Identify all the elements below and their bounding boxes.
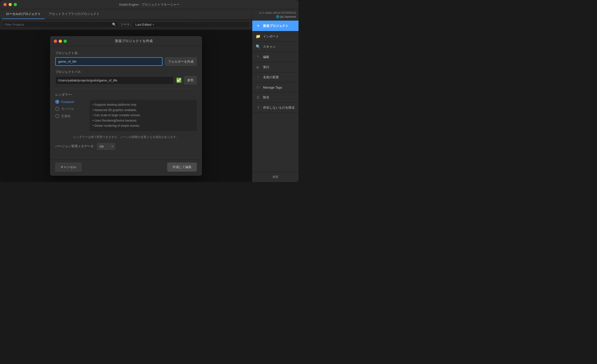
project-name-label: プロジェクト名:: [55, 51, 197, 55]
filter-container: 🔍: [2, 21, 118, 28]
summary-label: 概要: [273, 175, 278, 179]
import-icon: 📁: [256, 34, 261, 39]
dialog-body: プロジェクト名: フォルダーを作成 プロジェクトパス: ✅ 参照: [50, 46, 202, 159]
rename-label: 名前の変更: [263, 75, 279, 80]
tab-bar: ローカルのプロジェクト アセットライブラリのプロジェクト: [0, 9, 252, 19]
renderer-forward-plus[interactable]: Forward+: [55, 100, 85, 104]
remove-button[interactable]: 🗑 除去: [252, 92, 298, 102]
project-path-label: プロジェクトパス:: [55, 70, 197, 74]
renderer-info-item-2: Advanced 3D graphics available.: [92, 108, 194, 113]
renderer-compat[interactable]: 互換性: [55, 114, 85, 118]
remove-missing-button[interactable]: ⬆ 存在しないものを除去: [252, 102, 298, 113]
close-button[interactable]: [3, 3, 7, 6]
tags-icon: 🏷: [256, 85, 261, 90]
edit-label: 編集: [263, 55, 269, 59]
sort-label: ソート:: [120, 22, 131, 27]
cancel-button[interactable]: キャンセル: [55, 163, 81, 171]
scan-label: スキャン: [263, 45, 276, 49]
project-path-row: ✅ 参照: [55, 76, 197, 84]
dialog-title: 新規プロジェクトを作成: [69, 39, 198, 43]
section-divider: [55, 88, 197, 89]
remove-icon: 🗑: [256, 95, 261, 100]
dialog-footer: キャンセル 作成して編集: [50, 159, 202, 175]
dialog-close-button[interactable]: [54, 40, 57, 43]
window-controls[interactable]: [3, 3, 17, 6]
project-name-row: フォルダーを作成: [55, 57, 197, 66]
renderer-mobile[interactable]: モバイル: [55, 107, 85, 111]
sort-value: Last Edited: [135, 23, 151, 26]
sidebar-spacer: [252, 113, 298, 172]
sort-dropdown[interactable]: Last Edited ▾: [133, 22, 250, 28]
manage-tags-label: Manage Tags: [263, 86, 282, 89]
language-selector[interactable]: 🌐 [ja] Japanese: [255, 15, 296, 18]
dialog-overlay: 新規プロジェクトを作成 プロジェクト名: フォルダーを作成 プロジェクトパス:: [0, 30, 252, 182]
renderer-description: Supports desktop platforms only. Advance…: [90, 100, 197, 131]
renderer-info-item-3: Can scale to large complex scenes.: [92, 113, 194, 118]
plus-icon: ＋: [256, 23, 261, 28]
rename-icon: I: [256, 75, 261, 80]
minimize-button[interactable]: [9, 3, 12, 6]
main-container: ローカルのプロジェクト アセットライブラリのプロジェクト 🔍 ソート: Last…: [0, 9, 298, 182]
remove-missing-label: 存在しないものを除去: [263, 105, 295, 110]
remove-label: 除去: [263, 95, 269, 100]
new-project-dialog: 新規プロジェクトを作成 プロジェクト名: フォルダーを作成 プロジェクトパス:: [50, 36, 202, 176]
create-edit-button[interactable]: 作成して編集: [167, 163, 197, 171]
radio-mobile-circle: [55, 107, 59, 111]
project-name-input[interactable]: [55, 57, 162, 66]
renderer-info-item-5: Slower rendering of simple scenes.: [92, 123, 194, 129]
tab-asset-library[interactable]: アセットライブラリのプロジェクト: [45, 9, 103, 19]
renderer-info-box: Supports desktop platforms only. Advance…: [90, 100, 197, 131]
vcs-select[interactable]: Git None: [97, 143, 115, 150]
renderer-forward-plus-label: Forward+: [61, 100, 75, 104]
edit-icon: ✎: [256, 55, 261, 59]
toolbar: 🔍 ソート: Last Edited ▾: [0, 19, 252, 30]
create-folder-button[interactable]: フォルダーを作成: [165, 57, 197, 66]
valid-icon: ✅: [176, 78, 182, 83]
search-icon: 🔍: [112, 23, 116, 26]
rename-button[interactable]: I 名前の変更: [252, 72, 298, 82]
edit-button[interactable]: ✎ 編集: [252, 52, 298, 62]
run-label: 実行: [263, 65, 269, 69]
new-project-label: 新規プロジェクト: [263, 24, 288, 28]
import-label: インポート: [263, 34, 279, 39]
dialog-minimize-button[interactable]: [59, 40, 62, 43]
vcs-label: バージョン管理メタデータ:: [55, 144, 94, 148]
dialog-window-controls[interactable]: [54, 40, 67, 43]
filter-input[interactable]: [5, 23, 111, 26]
version-text: v4.1.stable.official [970459615]: [255, 11, 296, 14]
project-path-input[interactable]: [55, 76, 174, 84]
renderer-mobile-label: モバイル: [61, 107, 74, 111]
run-button[interactable]: ▶ 実行: [252, 62, 298, 72]
new-project-button[interactable]: ＋ 新規プロジェクト: [252, 21, 298, 31]
manage-tags-button[interactable]: 🏷 Manage Tags: [252, 82, 298, 92]
scan-icon: 🔍: [256, 44, 261, 49]
chevron-down-icon: ▾: [153, 23, 154, 26]
scan-button[interactable]: 🔍 スキャン: [252, 42, 298, 52]
browse-button[interactable]: 参照: [184, 76, 197, 84]
maximize-button[interactable]: [14, 3, 17, 6]
remove-missing-icon: ⬆: [256, 105, 261, 110]
radio-dot: [56, 101, 58, 103]
renderer-radio-group: Forward+ モバイル 互換性: [55, 100, 85, 131]
renderer-compat-label: 互換性: [61, 114, 71, 118]
dialog-maximize-button[interactable]: [64, 40, 67, 43]
renderer-options: Forward+ モバイル 互換性: [55, 100, 197, 131]
vcs-row: バージョン管理メタデータ: Git None: [55, 143, 197, 150]
renderer-info-item-1: Supports desktop platforms only.: [92, 102, 194, 108]
version-area: v4.1.stable.official [970459615] 🌐 [ja] …: [252, 9, 298, 21]
app-title: Godot Engine - プロジェクトマネージャー: [119, 2, 179, 7]
tab-local-projects[interactable]: ローカルのプロジェクト: [2, 9, 45, 19]
titlebar: Godot Engine - プロジェクトマネージャー: [0, 0, 298, 9]
renderer-info-item-4: Uses RenderingDevice backend.: [92, 118, 194, 124]
right-sidebar: v4.1.stable.official [970459615] 🌐 [ja] …: [252, 9, 298, 182]
left-panel: ローカルのプロジェクト アセットライブラリのプロジェクト 🔍 ソート: Last…: [0, 9, 252, 182]
run-icon: ▶: [256, 65, 261, 69]
content-area: 新規プロジェクトを作成 プロジェクト名: フォルダーを作成 プロジェクトパス:: [0, 30, 252, 182]
radio-compat-circle: [55, 114, 59, 118]
renderer-label: レンダラー:: [55, 92, 197, 97]
import-button[interactable]: 📁 インポート: [252, 31, 298, 42]
dialog-titlebar: 新規プロジェクトを作成: [50, 36, 202, 46]
vcs-select-wrap: Git None: [97, 143, 115, 150]
sidebar-summary: 概要: [252, 172, 298, 182]
radio-forward-plus-circle: [55, 100, 59, 104]
